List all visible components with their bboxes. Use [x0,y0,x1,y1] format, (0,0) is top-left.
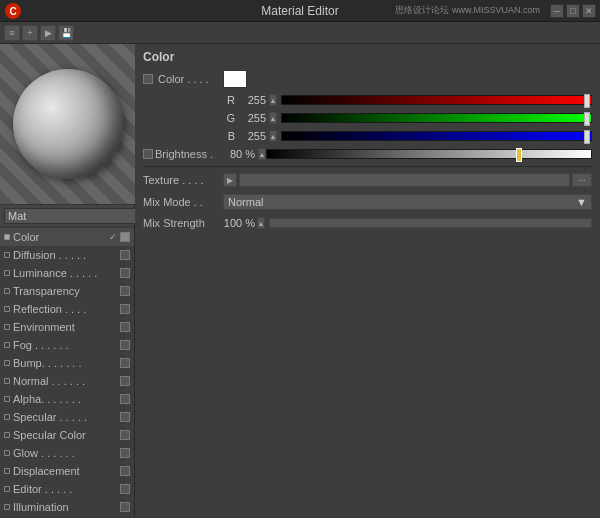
prop-item-displacement[interactable]: Displacement [0,462,134,480]
prop-item-normal[interactable]: Normal . . . . . . [0,372,134,390]
prop-indicator [4,396,10,402]
color-swatch[interactable] [223,70,247,88]
preview-sphere [13,69,123,179]
color-checkbox[interactable] [143,74,153,84]
material-name-bar: ◀ ⚙ [0,204,134,226]
prop-item-color[interactable]: Color ✓ [0,228,134,246]
prop-item-reflection[interactable]: Reflection . . . . [0,300,134,318]
toolbar-save-icon[interactable]: 💾 [58,25,74,41]
prop-checkbox[interactable] [120,232,130,242]
texture-more-button[interactable]: ··· [572,173,592,187]
prop-indicator [4,288,10,294]
prop-checkbox[interactable] [120,340,130,350]
prop-item-transparency[interactable]: Transparency [0,282,134,300]
color-label-row: Color . . . . [143,70,592,88]
main-content: ◀ ⚙ Color ✓ Diffusion . . . . . Luminanc… [0,44,600,518]
strength-up-arrow[interactable]: ▲ [257,217,265,229]
prop-indicator [4,342,10,348]
prop-item-bump[interactable]: Bump. . . . . . . [0,354,134,372]
b-up-arrow[interactable]: ▲ [269,130,277,142]
prop-item-editor[interactable]: Editor . . . . . [0,480,134,498]
b-value: 255 [238,130,266,142]
prop-item-specular[interactable]: Specular . . . . . [0,408,134,426]
mix-strength-value: 100 % [223,217,255,229]
strength-slider[interactable] [269,218,592,228]
prop-indicator [4,432,10,438]
prop-indicator [4,234,10,240]
prop-checkbox[interactable] [120,358,130,368]
properties-list: Color ✓ Diffusion . . . . . Luminance . … [0,226,134,518]
mix-mode-dropdown[interactable]: Normal ▼ [223,194,592,210]
r-up-arrow[interactable]: ▲ [269,94,277,106]
window-controls: ─ □ ✕ [550,4,596,18]
mix-mode-label: Mix Mode . . [143,196,223,208]
toolbar-new-icon[interactable]: + [22,25,38,41]
prop-checkbox[interactable] [120,502,130,512]
right-panel: Color Color . . . . R 255 ▲ [135,44,600,518]
brightness-checkbox[interactable] [143,149,153,159]
svg-text:C: C [9,6,16,17]
material-name-input[interactable] [4,208,150,224]
g-label: G [223,112,235,124]
prop-item-alpha[interactable]: Alpha. . . . . . . [0,390,134,408]
g-value: 255 [238,112,266,124]
prop-checkbox[interactable] [120,250,130,260]
prop-indicator [4,306,10,312]
close-button[interactable]: ✕ [582,4,596,18]
prop-indicator [4,252,10,258]
minimize-button[interactable]: ─ [550,4,564,18]
prop-checkbox[interactable] [120,322,130,332]
color-label: Color . . . . [158,73,209,85]
prop-checkbox[interactable] [120,484,130,494]
prop-item-glow[interactable]: Glow . . . . . . [0,444,134,462]
prop-checkbox[interactable] [120,412,130,422]
divider [143,166,592,167]
maximize-button[interactable]: □ [566,4,580,18]
content-spacer [135,241,600,518]
prop-checkbox[interactable] [120,430,130,440]
channel-row-r: R 255 ▲ [143,91,592,109]
prop-item-environment[interactable]: Environment [0,318,134,336]
brightness-up-arrow[interactable]: ▲ [258,148,266,160]
texture-label: Texture . . . . [143,174,223,186]
prop-item-diffusion[interactable]: Diffusion . . . . . [0,246,134,264]
prop-checkbox[interactable] [120,268,130,278]
prop-item-specular-color[interactable]: Specular Color [0,426,134,444]
g-slider[interactable] [281,113,592,123]
section-title: Color [143,50,592,64]
toolbar: ≡ + ▶ 💾 [0,22,600,44]
brightness-row: Brightness . 80 % ▲ [143,145,592,163]
prop-checkbox[interactable] [120,466,130,476]
prop-checkbox[interactable] [120,448,130,458]
prop-indicator [4,504,10,510]
g-up-arrow[interactable]: ▲ [269,112,277,124]
prop-item-luminance[interactable]: Luminance . . . . . [0,264,134,282]
r-label: R [223,94,235,106]
prop-item-fog[interactable]: Fog . . . . . . [0,336,134,354]
brightness-handle[interactable] [516,148,522,162]
prop-checkbox[interactable] [120,304,130,314]
prop-checkbox[interactable] [120,394,130,404]
texture-bar[interactable] [239,173,570,187]
prop-item-illumination[interactable]: Illumination [0,498,134,516]
r-slider[interactable] [281,95,592,105]
toolbar-open-icon[interactable]: ▶ [40,25,56,41]
texture-arrow-button[interactable]: ▶ [223,173,237,187]
channel-row-b: B 255 ▲ [143,127,592,145]
prop-indicator [4,378,10,384]
prop-checkbox[interactable] [120,376,130,386]
prop-indicator [4,324,10,330]
app-logo: C [4,2,22,20]
b-label: B [223,130,235,142]
texture-row: Texture . . . . ▶ ··· [143,170,592,190]
chevron-down-icon: ▼ [576,196,587,208]
mix-mode-value: Normal [228,196,263,208]
mix-strength-label: Mix Strength [143,217,223,229]
toolbar-menu-icon[interactable]: ≡ [4,25,20,41]
brightness-slider[interactable] [266,149,592,159]
b-slider[interactable] [281,131,592,141]
prop-checkbox[interactable] [120,286,130,296]
prop-indicator [4,468,10,474]
color-section: Color Color . . . . R 255 ▲ [135,44,600,241]
mix-mode-row: Mix Mode . . Normal ▼ [143,193,592,211]
